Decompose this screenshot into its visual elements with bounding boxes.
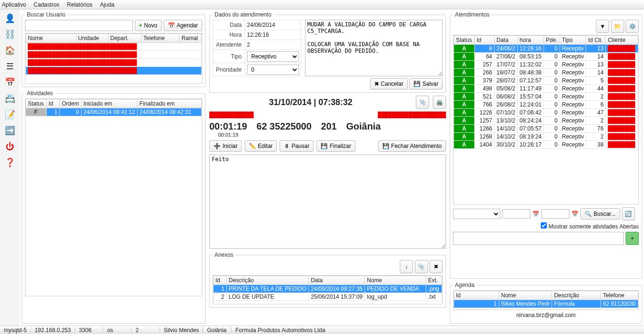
- buscar-usuario-title: Buscar Usuario: [25, 11, 67, 18]
- quick-add-input[interactable]: [453, 232, 624, 245]
- fechar-atendimento-button[interactable]: 💾 Fechar Atendimento: [378, 140, 446, 152]
- prioridade-select[interactable]: 0: [247, 65, 299, 75]
- filter-date2[interactable]: [541, 209, 570, 219]
- usuarios-table[interactable]: Nome Unidade Depart. Telefone Ramal ████…: [25, 33, 202, 75]
- refresh-icon[interactable]: 🔄: [622, 207, 635, 220]
- finalizar-button[interactable]: 💾 Finalizar: [316, 140, 355, 152]
- agenda-panel: Agenda Id Nome Descrição Telefone 1Silvi…: [450, 282, 642, 324]
- filter-icon[interactable]: ▼: [596, 20, 609, 33]
- redacted-email: ████████████████████: [378, 112, 446, 118]
- telefone: 62 35225000: [256, 121, 312, 132]
- mostrar-checkbox[interactable]: Mostrar somente atividades Abertas: [541, 223, 639, 230]
- editar-button[interactable]: ✏️ Editar: [245, 140, 277, 152]
- folder-icon[interactable]: 📁: [611, 20, 624, 33]
- buscar-usuario-panel: Buscar Usuario +Novo 📅Agendar Nome Unida…: [22, 11, 206, 87]
- agenda-email: nirvana.brz@gmail.com: [453, 310, 639, 320]
- attach2-icon[interactable]: 📎: [415, 260, 428, 273]
- atendimentos-title: Atendimentos: [453, 11, 491, 18]
- novo-button[interactable]: +Novo: [135, 20, 162, 31]
- cidade: Goiânia: [346, 121, 380, 132]
- anexos-panel: Anexos ↓ 📎 ✖ Id Descrição Data Nome Ext.: [209, 252, 446, 308]
- buscar-button[interactable]: 🔍 Buscar...: [580, 208, 620, 220]
- agendar-button[interactable]: 📅Agendar: [164, 20, 202, 31]
- filter-date1[interactable]: [502, 209, 530, 219]
- contact-icon[interactable]: 📇: [4, 92, 16, 105]
- atendimentos-table[interactable]: Status Id Data hora Pde. Tipo Id Cli. Cl…: [454, 35, 638, 149]
- ramal: 201: [321, 121, 337, 132]
- obs-textarea[interactable]: MUDAR A VALIDAÇÃO DO CAMPO DE CARGA C5_T…: [305, 20, 443, 76]
- atividades-table[interactable]: Status Id Ordem Iniciado em Finalizado e…: [25, 99, 202, 116]
- atividades-panel: Atividades Status Id Ordem Iniciado em F…: [22, 90, 206, 324]
- agenda-table[interactable]: Id Nome Descrição Telefone 1Silvio Mende…: [454, 291, 638, 308]
- list-icon[interactable]: ☰: [4, 60, 16, 73]
- user-add-icon[interactable]: 👤: [4, 12, 16, 24]
- exit-icon[interactable]: ➡️: [4, 124, 16, 137]
- help-icon[interactable]: ❓: [4, 156, 16, 169]
- current-datetime: 31/10/2014 | 07:38:32: [209, 98, 412, 107]
- print-icon[interactable]: 🖨️: [433, 96, 446, 109]
- add-button[interactable]: +: [626, 232, 639, 245]
- atividades-title: Atividades: [25, 90, 55, 97]
- anexos-table[interactable]: Id Descrição Data Nome Ext. 1PRINTE DA T…: [213, 276, 442, 301]
- home-icon[interactable]: 🏠: [4, 44, 16, 57]
- agenda-title: Agenda: [453, 282, 476, 288]
- left-toolbar: 👤 ⛓️ 🏠 ☰ 📅 📇 📝 ➡️ ⏻ ❓: [0, 9, 20, 326]
- salvar-button[interactable]: 💾 Salvar: [409, 78, 443, 90]
- anexos-title: Anexos: [213, 252, 235, 258]
- menu-aplicativo[interactable]: Aplicativo: [2, 1, 26, 8]
- atendimentos-panel: Atendimentos ▼ 📁 ⚙️ Status Id Data hora …: [450, 11, 642, 279]
- menubar: Aplicativo Cadastros Relatórios Ajuda: [0, 0, 644, 9]
- status-bar: mysqld-5 192.168.0.253 3306 os 2 Silvio …: [0, 326, 644, 334]
- dados-title: Dados do atendimento: [213, 11, 273, 18]
- timer: 00:01:19: [209, 121, 247, 132]
- tipo-select[interactable]: Receptivo: [247, 51, 299, 62]
- search-input[interactable]: [25, 20, 133, 31]
- pausar-button[interactable]: ⏸ Pausar: [280, 140, 314, 152]
- redacted-name: █████████████: [209, 112, 254, 118]
- menu-ajuda[interactable]: Ajuda: [100, 1, 115, 8]
- power-icon[interactable]: ⏻: [4, 140, 16, 153]
- note-icon[interactable]: 📝: [4, 108, 16, 121]
- org-icon[interactable]: ⛓️: [4, 28, 16, 41]
- calendar-icon[interactable]: 📅: [4, 76, 16, 89]
- menu-cadastros[interactable]: Cadastros: [33, 1, 59, 8]
- iniciar-button[interactable]: ➕ Iniciar: [209, 140, 242, 152]
- menu-relatorios[interactable]: Relatórios: [67, 1, 92, 8]
- download-icon[interactable]: ↓: [400, 260, 413, 273]
- attach-icon[interactable]: 📎: [416, 96, 429, 109]
- dados-panel: Dados do atendimento Data24/06/2014 Hora…: [209, 11, 446, 93]
- nota-textarea[interactable]: Feito: [209, 155, 446, 249]
- filter-select[interactable]: [453, 209, 500, 219]
- delete-icon[interactable]: ✖: [429, 260, 443, 273]
- cancelar-button[interactable]: ✖ Cancelar: [370, 78, 408, 90]
- gear-icon[interactable]: ⚙️: [626, 20, 639, 33]
